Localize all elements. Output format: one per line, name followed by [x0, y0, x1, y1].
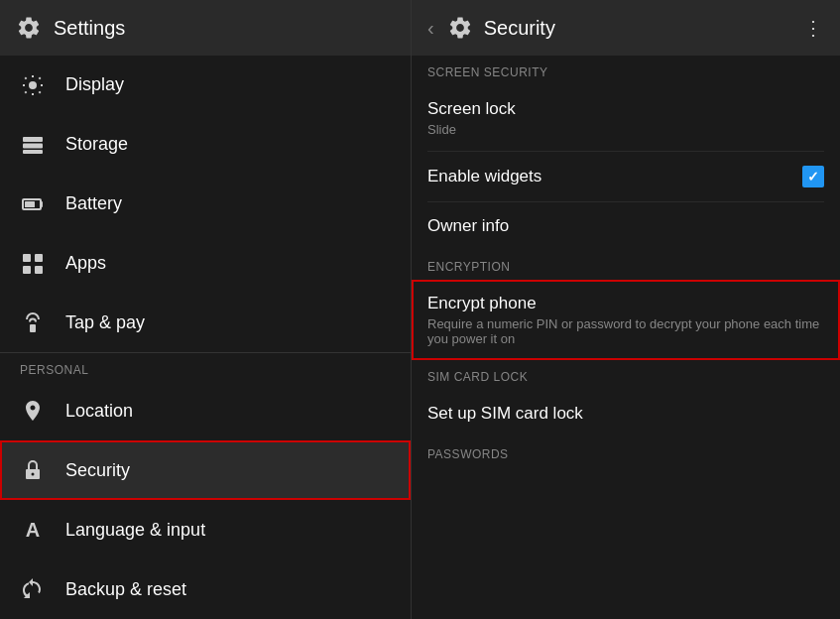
svg-rect-1: [23, 137, 43, 142]
backup-icon: [20, 576, 46, 602]
language-label: Language & input: [65, 520, 205, 541]
sim-card-lock-header: SIM CARD LOCK: [412, 360, 840, 390]
owner-info-item[interactable]: Owner info: [412, 202, 840, 250]
screen-lock-subtitle: Slide: [427, 122, 824, 137]
sidebar-item-battery[interactable]: Battery: [0, 175, 411, 234]
enable-widgets-checkbox[interactable]: [802, 166, 824, 187]
left-header: Settings: [0, 0, 411, 56]
encrypt-phone-subtitle: Require a numeric PIN or password to dec…: [427, 316, 824, 346]
apps-label: Apps: [65, 253, 106, 274]
storage-icon: [20, 132, 46, 158]
battery-icon: [20, 191, 46, 217]
screen-security-header: SCREEN SECURITY: [412, 56, 840, 85]
setup-sim-lock-item[interactable]: Set up SIM card lock: [412, 390, 840, 437]
storage-label: Storage: [65, 134, 128, 155]
security-icon: [20, 457, 46, 483]
svg-rect-8: [23, 266, 31, 274]
enable-widgets-title: Enable widgets: [427, 167, 541, 186]
apps-icon: [20, 251, 46, 277]
sidebar-item-language[interactable]: A Language & input: [0, 500, 411, 559]
encrypt-phone-title: Encrypt phone: [427, 294, 824, 313]
location-icon: [20, 398, 46, 424]
backup-label: Backup & reset: [65, 579, 186, 600]
sidebar-item-apps[interactable]: Apps: [0, 234, 411, 294]
right-panel: ‹ Security ⋮ SCREEN SECURITY Screen lock…: [412, 0, 840, 619]
back-arrow-icon[interactable]: ‹: [427, 17, 434, 40]
sidebar-item-location[interactable]: Location: [0, 381, 411, 440]
settings-gear-icon: [16, 15, 42, 41]
security-label: Security: [65, 460, 130, 481]
right-header: ‹ Security ⋮: [412, 0, 840, 56]
svg-rect-5: [25, 201, 35, 207]
svg-rect-7: [35, 254, 43, 262]
owner-info-title: Owner info: [427, 216, 824, 236]
screen-lock-title: Screen lock: [427, 99, 824, 119]
enable-widgets-item[interactable]: Enable widgets: [412, 152, 840, 201]
security-page-title: Security: [484, 17, 793, 40]
encrypt-phone-item[interactable]: Encrypt phone Require a numeric PIN or p…: [412, 280, 840, 360]
encryption-header: ENCRYPTION: [412, 250, 840, 280]
sidebar-item-backup[interactable]: Backup & reset: [0, 559, 411, 619]
svg-point-0: [29, 81, 37, 89]
setup-sim-lock-title: Set up SIM card lock: [427, 404, 824, 424]
svg-rect-3: [23, 150, 43, 154]
security-header-icon: [446, 14, 474, 42]
enable-widgets-row: Enable widgets: [427, 166, 824, 187]
sidebar-item-storage[interactable]: Storage: [0, 115, 411, 175]
passwords-header: PASSWORDS: [412, 437, 840, 467]
sidebar-item-display[interactable]: Display: [0, 56, 411, 115]
display-icon: [20, 72, 46, 98]
screen-lock-item[interactable]: Screen lock Slide: [412, 85, 840, 151]
battery-label: Battery: [65, 193, 122, 214]
svg-point-12: [32, 473, 35, 476]
svg-rect-2: [23, 143, 43, 148]
location-label: Location: [65, 401, 133, 422]
settings-title: Settings: [54, 17, 125, 40]
right-content: SCREEN SECURITY Screen lock Slide Enable…: [412, 56, 840, 619]
left-panel: Settings Display Storage: [0, 0, 412, 619]
tap-pay-icon: [20, 310, 46, 336]
svg-rect-10: [30, 324, 36, 332]
sidebar-item-tap-pay[interactable]: Tap & pay: [0, 294, 411, 353]
tap-pay-label: Tap & pay: [65, 312, 145, 333]
svg-rect-6: [23, 254, 31, 262]
more-options-icon[interactable]: ⋮: [803, 16, 824, 40]
personal-section-label: PERSONAL: [0, 353, 411, 381]
sidebar-item-security[interactable]: Security: [0, 440, 411, 500]
display-label: Display: [65, 74, 124, 95]
svg-rect-9: [35, 266, 43, 274]
language-icon: A: [20, 517, 46, 543]
